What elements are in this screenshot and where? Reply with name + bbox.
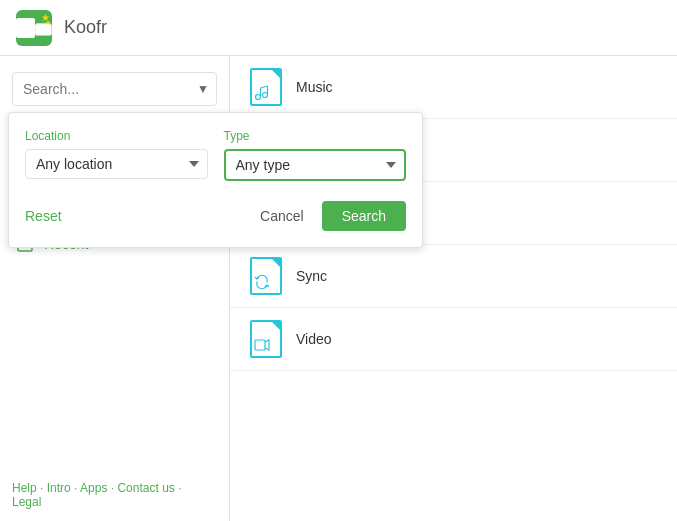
search-button[interactable]: Search bbox=[322, 201, 406, 231]
sep1: · bbox=[40, 481, 47, 495]
main-layout: ▼ Location Any location My Koofr Shared … bbox=[0, 56, 677, 521]
cancel-button[interactable]: Cancel bbox=[250, 201, 314, 231]
item-name-sync: Sync bbox=[296, 268, 327, 284]
app-header: ★ Koofr bbox=[0, 0, 677, 56]
svg-text:★: ★ bbox=[45, 18, 51, 25]
app-logo: ★ bbox=[16, 10, 52, 46]
reset-button[interactable]: Reset bbox=[25, 208, 62, 224]
help-link[interactable]: Help bbox=[12, 481, 37, 495]
svg-line-26 bbox=[261, 86, 268, 88]
list-item[interactable]: Video bbox=[230, 308, 677, 371]
legal-link[interactable]: Legal bbox=[12, 495, 41, 509]
svg-point-23 bbox=[263, 93, 268, 98]
type-label: Type bbox=[224, 129, 407, 143]
location-label: Location bbox=[25, 129, 208, 143]
app-title: Koofr bbox=[64, 17, 107, 38]
intro-link[interactable]: Intro bbox=[47, 481, 71, 495]
location-filter-group: Location Any location My Koofr Shared bbox=[25, 129, 208, 181]
file-icon-music bbox=[250, 68, 282, 106]
svg-rect-34 bbox=[255, 340, 265, 350]
list-item[interactable]: Music bbox=[230, 56, 677, 119]
sep4: · bbox=[178, 481, 181, 495]
sidebar: ▼ Location Any location My Koofr Shared … bbox=[0, 56, 230, 521]
type-select[interactable]: Any type Document Image Video Audio bbox=[224, 149, 407, 181]
filter-row: Location Any location My Koofr Shared Ty… bbox=[25, 129, 406, 181]
search-container: ▼ Location Any location My Koofr Shared … bbox=[0, 64, 229, 114]
item-name-music: Music bbox=[296, 79, 333, 95]
file-icon-sync bbox=[250, 257, 282, 295]
file-icon-video bbox=[250, 320, 282, 358]
item-name-video: Video bbox=[296, 331, 332, 347]
filter-actions: Reset Cancel Search bbox=[25, 201, 406, 231]
svg-point-22 bbox=[256, 95, 261, 100]
contact-link[interactable]: Contact us bbox=[117, 481, 174, 495]
action-right: Cancel Search bbox=[250, 201, 406, 231]
type-filter-group: Type Any type Document Image Video Audio bbox=[224, 129, 407, 181]
search-filter-panel: Location Any location My Koofr Shared Ty… bbox=[8, 112, 423, 248]
apps-link[interactable]: Apps bbox=[80, 481, 107, 495]
chevron-down-icon: ▼ bbox=[197, 82, 209, 96]
footer-links: Help · Intro · Apps · Contact us · Legal bbox=[12, 481, 182, 509]
location-select[interactable]: Any location My Koofr Shared bbox=[25, 149, 208, 179]
list-item[interactable]: Sync bbox=[230, 245, 677, 308]
search-input[interactable] bbox=[12, 72, 217, 106]
